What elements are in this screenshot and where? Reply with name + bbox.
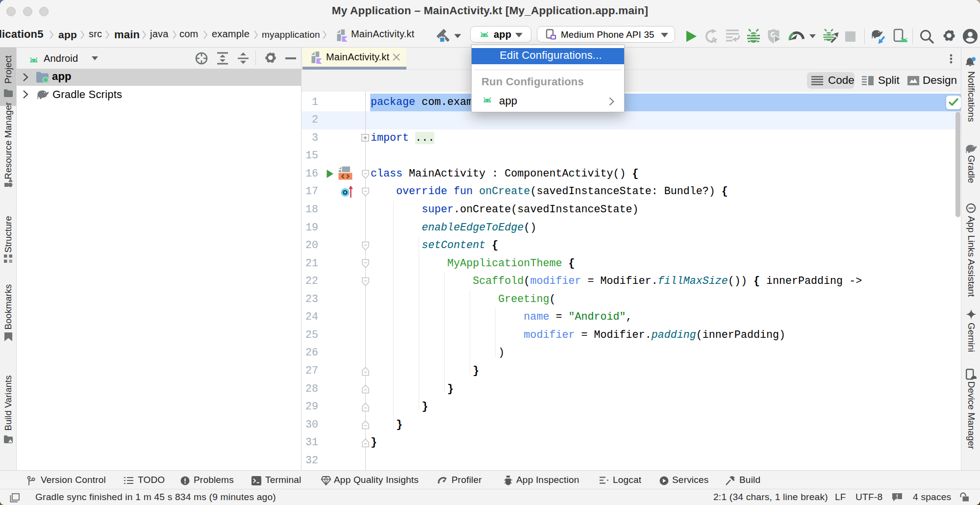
svg-text:A: A bbox=[711, 36, 717, 44]
